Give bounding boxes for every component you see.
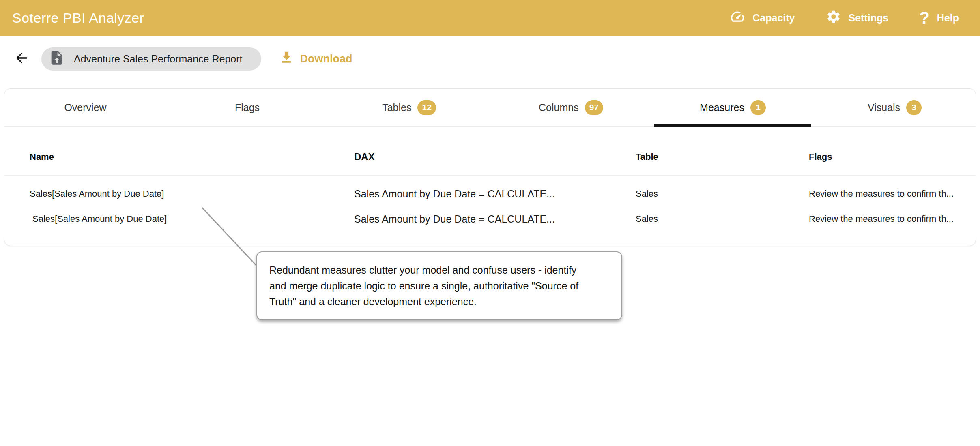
measure-flags-cell: Review the measures to confirm th...: [809, 214, 966, 224]
tab-columns[interactable]: Columns 97: [490, 89, 652, 126]
tab-visuals[interactable]: Visuals 3: [814, 89, 976, 126]
tab-measures[interactable]: Measures 1: [652, 89, 814, 126]
app-bar: Soterre PBI Analyzer Capacity Settings ?…: [0, 0, 980, 36]
flag-tooltip: Redundant measures clutter your model an…: [256, 251, 622, 320]
tab-label: Overview: [64, 102, 106, 114]
table-body: Sales[Sales Amount by Due Date] Sales Am…: [4, 176, 976, 232]
report-name-chip[interactable]: Adventure Sales Performance Report: [41, 47, 261, 71]
nav-item-label: Capacity: [752, 12, 795, 24]
table-row[interactable]: Sales[Sales Amount by Due Date] Sales Am…: [30, 181, 966, 206]
measure-table-cell: Sales: [636, 214, 809, 224]
tab-label: Visuals: [868, 102, 900, 114]
nav-item-capacity[interactable]: Capacity: [730, 9, 795, 27]
column-header-table: Table: [636, 152, 809, 162]
report-detail-card: Overview Flags Tables 12 Columns 97 Meas…: [4, 88, 976, 246]
tab-tables[interactable]: Tables 12: [328, 89, 490, 126]
tooltip-text-line: and merge duplicate logic to ensure a si…: [269, 278, 609, 294]
table-row[interactable]: Sales[Sales Amount by Due Date] Sales Am…: [30, 206, 966, 232]
nav-item-label: Settings: [849, 12, 889, 24]
tab-badge: 97: [585, 100, 603, 115]
tab-flags[interactable]: Flags: [166, 89, 328, 126]
tab-label: Measures: [700, 102, 744, 114]
column-header-name: Name: [30, 152, 354, 162]
nav-item-help[interactable]: ? Help: [919, 10, 959, 26]
column-header-flags: Flags: [809, 152, 966, 162]
measure-dax-cell: Sales Amount by Due Date = CALCULATE...: [354, 213, 636, 225]
back-arrow-icon: [13, 50, 30, 68]
measure-flags-cell: Review the measures to confirm th...: [809, 189, 966, 199]
app-title: Soterre PBI Analyzer: [12, 10, 144, 26]
gear-icon: [826, 9, 841, 27]
download-label: Download: [300, 53, 352, 65]
table-header-row: Name DAX Table Flags: [4, 127, 976, 176]
nav-item-settings[interactable]: Settings: [826, 9, 889, 27]
tab-label: Columns: [539, 102, 579, 114]
tab-badge: 12: [417, 100, 436, 115]
back-button[interactable]: [12, 49, 31, 68]
gauge-icon: [730, 9, 745, 27]
measure-name-cell: Sales[Sales Amount by Due Date]: [30, 189, 354, 199]
download-icon: [279, 50, 294, 68]
question-icon: ?: [919, 10, 930, 26]
tab-label: Tables: [382, 102, 411, 114]
tab-overview[interactable]: Overview: [4, 89, 166, 126]
tab-bar: Overview Flags Tables 12 Columns 97 Meas…: [4, 89, 976, 127]
tab-badge: 1: [750, 100, 766, 115]
measure-dax-cell: Sales Amount by Due Date = CALCULATE...: [354, 188, 636, 200]
report-name-label: Adventure Sales Performance Report: [74, 53, 243, 65]
file-upload-icon: [49, 50, 65, 68]
column-header-dax: DAX: [354, 151, 636, 163]
app-bar-nav: Capacity Settings ? Help: [730, 9, 959, 27]
tooltip-text-line: Redundant measures clutter your model an…: [269, 262, 609, 278]
nav-item-label: Help: [937, 12, 959, 24]
measure-name-cell: Sales[Sales Amount by Due Date]: [30, 214, 354, 224]
measure-table-cell: Sales: [636, 189, 809, 199]
report-toolbar: Adventure Sales Performance Report Downl…: [0, 36, 980, 82]
tab-badge: 3: [906, 100, 922, 115]
download-button[interactable]: Download: [279, 50, 352, 68]
tab-label: Flags: [235, 102, 260, 114]
tooltip-text-line: Truth" and a cleaner development experie…: [269, 294, 609, 310]
